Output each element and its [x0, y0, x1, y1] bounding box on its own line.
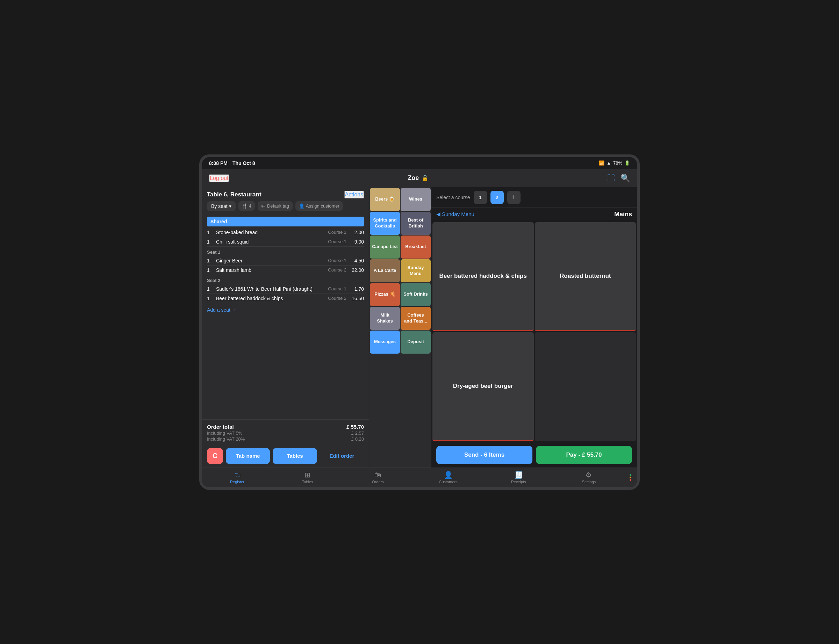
- category-alacarte[interactable]: A La Carte: [370, 259, 400, 283]
- menu-item-burger-name: Dry-aged beef burger: [449, 378, 517, 394]
- menu-item-butternut-name: Roasted butternut: [556, 268, 615, 284]
- item-price: 22.00: [350, 267, 364, 273]
- edit-order-button[interactable]: Edit order: [320, 448, 364, 464]
- item-price: 2.00: [350, 230, 364, 235]
- item-qty: 1: [207, 230, 213, 235]
- nav-orders[interactable]: 🛍 Orders: [342, 471, 413, 484]
- item-name: Ginger Beer: [216, 258, 325, 263]
- table-row[interactable]: 1 Ginger Beer Course 1 4.50: [207, 256, 364, 266]
- table-row[interactable]: 1 Salt marsh lamb Course 2 22.00: [207, 266, 364, 275]
- default-tag-button[interactable]: 🏷 Default tag: [258, 201, 293, 211]
- order-panel: Table 6, Restaurant Actions By seat ▾ 🍴 …: [202, 187, 369, 468]
- user-name: Zoe: [408, 174, 419, 182]
- covers-count: 4: [249, 204, 251, 209]
- assign-customer-label: Assign customer: [306, 204, 339, 209]
- receipts-icon: 🧾: [514, 471, 523, 479]
- lock-icon: 🔓: [421, 175, 429, 181]
- menu-back-button[interactable]: ◀ Sunday Menu: [436, 211, 474, 217]
- menu-item-haddock[interactable]: Beer battered haddock & chips: [433, 222, 534, 331]
- table-row[interactable]: 1 Sadler's 1861 White Beer Half Pint (dr…: [207, 284, 364, 294]
- order-total-amount: £ 55.70: [346, 424, 364, 430]
- item-name: Chilli salt squid: [216, 239, 325, 245]
- tables-button[interactable]: Tables: [273, 448, 317, 464]
- battery-icon: 🔋: [624, 160, 630, 166]
- seat1-header: Seat 1: [207, 247, 364, 256]
- vat5-label: Including VAT 5%: [207, 430, 242, 436]
- category-softdrinks[interactable]: Soft Drinks: [401, 283, 431, 306]
- device-frame: 8:08 PM Thu Oct 8 📶 ▲ 78% 🔋 Log out Zoe …: [199, 154, 640, 490]
- add-course-button[interactable]: +: [507, 191, 520, 204]
- header-center: Zoe 🔓: [408, 174, 429, 182]
- nav-receipts[interactable]: 🧾 Receipts: [484, 471, 554, 484]
- menu-item-burger[interactable]: Dry-aged beef burger: [433, 332, 534, 441]
- menu-item-empty: [535, 332, 636, 441]
- vat20-label: Including VAT 20%: [207, 437, 245, 442]
- category-canape[interactable]: Canape List: [370, 235, 400, 259]
- cutlery-icon: 🍴: [242, 204, 247, 209]
- category-deposit[interactable]: Deposit: [401, 330, 431, 353]
- category-spirits[interactable]: Spirits and Cocktails: [370, 212, 400, 235]
- person-icon: 👤: [299, 204, 304, 209]
- course2-button[interactable]: 2: [490, 191, 504, 204]
- category-beers[interactable]: Beers 🍺: [370, 188, 400, 211]
- category-wines[interactable]: Wines: [401, 188, 431, 211]
- item-name: Salt marsh lamb: [216, 267, 325, 273]
- actions-button[interactable]: Actions: [344, 191, 364, 199]
- seat2-header: Seat 2: [207, 275, 364, 284]
- pay-button[interactable]: Pay - £ 55.70: [536, 446, 632, 464]
- vat5-row: Including VAT 5% £ 2.57: [207, 430, 364, 436]
- expand-icon[interactable]: ⛶: [607, 174, 615, 183]
- by-seat-button[interactable]: By seat ▾: [207, 201, 235, 211]
- default-tag-label: Default tag: [267, 204, 289, 209]
- orders-icon: 🛍: [374, 471, 382, 479]
- menu-categories: Beers 🍺 Wines Spirits and Cocktails Best…: [369, 187, 431, 468]
- table-row[interactable]: 1 Beer battered haddock & chips Course 2…: [207, 294, 364, 303]
- order-list: Shared 1 Stone-baked bread Course 1 2.00…: [202, 215, 369, 419]
- category-sunday[interactable]: Sunday Menu: [401, 259, 431, 283]
- menu-item-butternut[interactable]: Roasted butternut: [535, 222, 636, 331]
- item-qty: 1: [207, 267, 213, 273]
- tables-icon: ⊞: [304, 471, 311, 479]
- wifi-icon: 📶: [599, 160, 604, 166]
- course1-button[interactable]: 1: [474, 191, 487, 204]
- category-coffees[interactable]: Coffees and Teas...: [401, 307, 431, 330]
- status-bar: 8:08 PM Thu Oct 8 📶 ▲ 78% 🔋: [202, 157, 637, 169]
- register-icon: 🗂: [234, 471, 241, 479]
- nav-tables[interactable]: ⊞ Tables: [272, 471, 342, 484]
- category-milkshakes[interactable]: Milk Shakes: [370, 307, 400, 330]
- plus-icon: ＋: [232, 307, 237, 313]
- item-price: 4.50: [350, 258, 364, 263]
- orders-label: Orders: [372, 480, 384, 484]
- category-pizzas[interactable]: Pizzas 🍕: [370, 283, 400, 306]
- send-items-button[interactable]: Send - 6 Items: [436, 446, 532, 464]
- menu-top-bar: Select a course 1 2 +: [431, 187, 637, 208]
- category-best-british[interactable]: Best of British: [401, 212, 431, 235]
- nav-settings[interactable]: ⚙ Settings: [554, 471, 624, 484]
- tab-name-button[interactable]: Tab name: [226, 448, 270, 464]
- status-time: 8:08 PM: [209, 160, 227, 166]
- item-course: Course 2: [328, 267, 346, 273]
- search-icon[interactable]: 🔍: [620, 174, 630, 183]
- covers-button[interactable]: 🍴 4: [239, 201, 255, 211]
- customers-icon: 👤: [444, 471, 453, 479]
- table-row[interactable]: 1 Chilli salt squid Course 1 9.00: [207, 237, 364, 247]
- main-content: Table 6, Restaurant Actions By seat ▾ 🍴 …: [202, 187, 637, 468]
- add-seat-button[interactable]: Add a seat ＋: [207, 303, 364, 317]
- settings-label: Settings: [582, 480, 596, 484]
- category-breakfast[interactable]: Breakfast: [401, 235, 431, 259]
- item-name: Beer battered haddock & chips: [216, 296, 325, 301]
- nav-register[interactable]: 🗂 Register: [202, 471, 272, 484]
- item-qty: 1: [207, 286, 213, 292]
- bottom-actions: C Tab name Tables Edit order: [202, 445, 369, 468]
- customers-label: Customers: [439, 480, 457, 484]
- table-row[interactable]: 1 Stone-baked bread Course 1 2.00: [207, 228, 364, 237]
- order-toolbar: By seat ▾ 🍴 4 🏷 Default tag 👤 Assign cus…: [202, 201, 369, 215]
- category-messages[interactable]: Messages: [370, 330, 400, 353]
- clear-button[interactable]: C: [207, 448, 223, 464]
- nav-customers[interactable]: 👤 Customers: [413, 471, 484, 484]
- order-header: Table 6, Restaurant Actions: [202, 187, 369, 201]
- assign-customer-button[interactable]: 👤 Assign customer: [295, 201, 343, 211]
- menu-item-haddock-name: Beer battered haddock & chips: [435, 268, 531, 284]
- logout-button[interactable]: Log out: [209, 174, 229, 182]
- vat5-amount: £ 2.57: [351, 430, 364, 436]
